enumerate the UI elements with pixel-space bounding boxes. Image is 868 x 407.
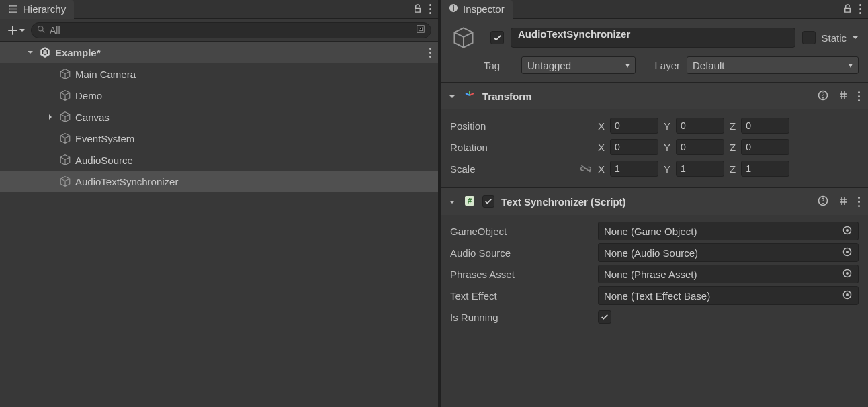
svg-point-15 — [846, 229, 849, 232]
inspector-header: AudioTextSynchronizer Static Tag Untagge… — [441, 19, 868, 83]
position-z-input[interactable] — [741, 118, 789, 134]
help-icon[interactable] — [818, 90, 828, 103]
layer-label: Layer — [642, 60, 680, 71]
scale-z-input[interactable] — [741, 161, 789, 177]
hierarchy-tree[interactable]: Example*Main CameraDemoCanvasEventSystem… — [0, 42, 438, 407]
hierarchy-item[interactable]: Demo — [0, 85, 438, 106]
unity-editor-root: Hierarchy All — [0, 0, 868, 407]
gameobject-icon — [59, 154, 71, 166]
object-field[interactable]: None (Phrase Asset) — [598, 265, 859, 283]
script-icon: # — [464, 195, 476, 209]
inspector-tab[interactable]: Inspector — [441, 0, 513, 19]
preset-icon[interactable] — [838, 90, 849, 103]
hierarchy-tab-actions — [74, 3, 438, 15]
hierarchy-item[interactable]: Main Camera — [0, 63, 438, 85]
object-field[interactable]: None (Text Effect Base) — [598, 286, 859, 305]
static-label: Static — [821, 32, 847, 44]
svg-rect-13 — [842, 199, 844, 202]
rotation-x-input[interactable] — [610, 139, 658, 155]
object-field-value: None (Phrase Asset) — [604, 269, 697, 280]
chevron-down-icon: ▾ — [849, 60, 853, 70]
inspector-tabbar: Inspector — [441, 0, 868, 19]
position-x-input[interactable] — [610, 118, 658, 134]
isrunning-checkbox[interactable] — [598, 310, 611, 324]
transform-component: Transform Position X Y Z Rotat — [441, 83, 868, 188]
textsync-title: Text Synchronizer (Script) — [501, 196, 811, 208]
chevron-down-icon: ▾ — [625, 60, 630, 70]
search-dropdown-icon[interactable] — [416, 24, 425, 36]
axis-y: Y — [664, 120, 670, 132]
axis-x: X — [598, 120, 605, 132]
help-icon[interactable] — [818, 195, 828, 208]
hierarchy-item-label: Main Camera — [75, 69, 438, 80]
svg-point-17 — [846, 251, 849, 253]
hierarchy-kebab-icon[interactable] — [429, 4, 431, 14]
static-toggle[interactable]: Static — [802, 31, 859, 44]
search-placeholder: All — [50, 25, 60, 36]
hierarchy-search-input[interactable]: All — [31, 22, 431, 38]
position-y-input[interactable] — [676, 118, 724, 134]
hierarchy-tabbar: Hierarchy — [0, 0, 438, 19]
scale-label: Scale — [450, 163, 476, 175]
position-row: Position X Y Z — [450, 115, 859, 136]
enabled-checkbox[interactable] — [490, 31, 504, 44]
object-picker-icon[interactable] — [842, 268, 853, 281]
property-row: Text EffectNone (Text Effect Base) — [450, 285, 859, 306]
lock-icon[interactable] — [842, 3, 853, 15]
search-icon — [37, 25, 46, 36]
textsync-kebab-icon[interactable] — [858, 197, 860, 207]
hierarchy-item[interactable]: EventSystem — [0, 128, 438, 149]
object-picker-icon[interactable] — [842, 289, 853, 302]
add-button[interactable] — [7, 24, 26, 36]
hierarchy-item[interactable]: Example* — [0, 42, 438, 63]
svg-point-19 — [846, 272, 849, 275]
svg-point-2 — [9, 11, 10, 13]
hierarchy-tab[interactable]: Hierarchy — [0, 0, 74, 19]
hierarchy-toolbar: All — [0, 19, 438, 42]
hierarchy-item[interactable]: Canvas — [0, 106, 438, 128]
gameobject-icon[interactable] — [450, 26, 477, 50]
axis-x: X — [598, 163, 605, 175]
tag-label: Tag — [484, 60, 515, 71]
hierarchy-item-label: EventSystem — [75, 133, 438, 144]
scale-x-input[interactable] — [610, 161, 658, 177]
object-field[interactable]: None (Audio Source) — [598, 243, 859, 262]
hierarchy-panel: Hierarchy All — [0, 0, 438, 407]
object-field-value: None (Game Object) — [604, 226, 697, 237]
axis-y: Y — [664, 163, 670, 175]
lock-icon[interactable] — [413, 3, 423, 15]
layer-dropdown[interactable]: Default ▾ — [687, 56, 859, 74]
hierarchy-item[interactable]: AudioTextSynchronizer — [0, 171, 438, 192]
transform-header[interactable]: Transform — [441, 83, 868, 109]
position-label: Position — [450, 120, 598, 132]
rotation-z-input[interactable] — [741, 139, 789, 155]
property-label: GameObject — [450, 226, 598, 237]
fold-icon — [449, 196, 457, 208]
scale-y-input[interactable] — [676, 161, 724, 177]
textsync-enabled-checkbox[interactable] — [482, 195, 494, 208]
preset-icon[interactable] — [838, 195, 849, 208]
link-icon[interactable] — [578, 164, 594, 173]
hierarchy-item-label: Canvas — [75, 111, 438, 123]
static-checkbox[interactable] — [802, 31, 816, 44]
object-picker-icon[interactable] — [842, 225, 853, 238]
expand-icon[interactable] — [26, 49, 35, 56]
name-value: AudioTextSynchronizer — [518, 28, 630, 40]
object-picker-icon[interactable] — [842, 246, 853, 259]
fold-icon — [449, 91, 457, 102]
scene-kebab-icon[interactable] — [429, 48, 431, 58]
inspector-kebab-icon[interactable] — [859, 4, 861, 14]
tag-dropdown[interactable]: Untagged ▾ — [521, 56, 636, 74]
name-input[interactable]: AudioTextSynchronizer — [511, 28, 795, 48]
svg-rect-9 — [842, 94, 844, 97]
axis-y: Y — [664, 142, 670, 153]
hierarchy-item[interactable]: AudioSource — [0, 149, 438, 171]
svg-point-21 — [846, 293, 849, 296]
textsync-header[interactable]: # Text Synchronizer (Script) — [441, 188, 868, 215]
object-field[interactable]: None (Game Object) — [598, 222, 859, 240]
expand-icon[interactable] — [46, 114, 55, 120]
scale-row: Scale X Y Z — [450, 158, 859, 179]
transform-kebab-icon[interactable] — [858, 91, 860, 101]
svg-point-0 — [9, 5, 10, 7]
rotation-y-input[interactable] — [676, 139, 724, 155]
